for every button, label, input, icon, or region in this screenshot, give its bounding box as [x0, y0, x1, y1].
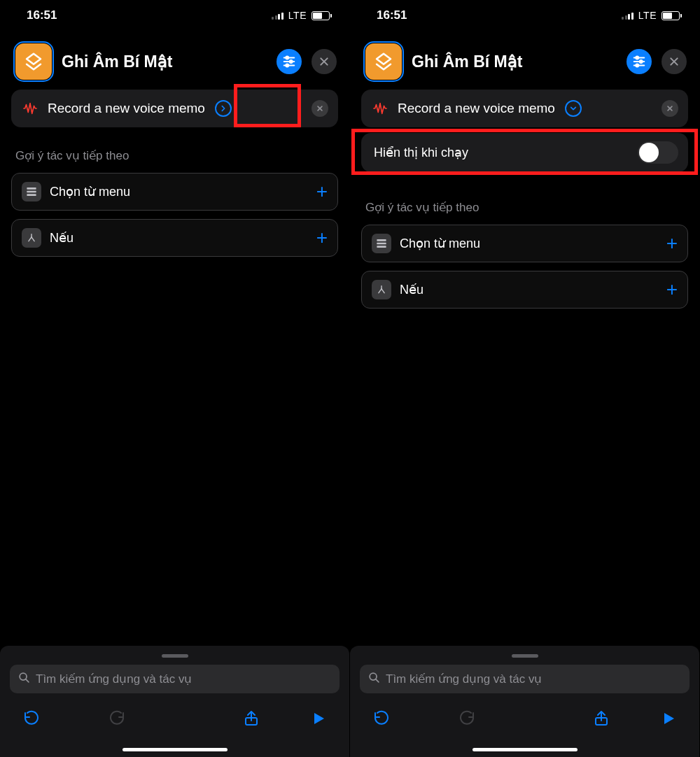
shortcut-icon[interactable] [365, 43, 402, 80]
status-indicators: LTE [622, 10, 680, 21]
svg-rect-11 [27, 191, 36, 193]
svg-point-22 [636, 64, 638, 66]
svg-point-3 [290, 60, 293, 63]
search-input[interactable]: Tìm kiếm ứng dụng và tác vụ [10, 665, 340, 693]
home-indicator[interactable] [472, 748, 578, 751]
suggestions-block: Gợi ý tác vụ tiếp theo Chọn từ menu + Nế… [350, 179, 699, 309]
suggestion-item-if[interactable]: Nếu + [11, 219, 338, 257]
remove-action-button[interactable] [662, 100, 678, 117]
status-indicators: LTE [272, 10, 330, 21]
share-button[interactable] [239, 706, 264, 731]
suggestions-header: Gợi ý tác vụ tiếp theo [0, 127, 349, 173]
svg-rect-27 [377, 239, 386, 241]
svg-marker-33 [664, 713, 674, 724]
bottom-sheet[interactable]: Tìm kiếm ứng dụng và tác vụ [0, 646, 349, 757]
option-label: Hiển thị khi chạy [374, 145, 468, 160]
branch-icon [22, 228, 41, 248]
suggestion-item-if[interactable]: Nếu + [361, 271, 688, 309]
branch-icon [372, 280, 391, 299]
svg-point-1 [286, 56, 288, 59]
svg-point-20 [640, 60, 643, 63]
header-row: Ghi Âm Bí Mật [0, 31, 349, 90]
page-title[interactable]: Ghi Âm Bí Mật [412, 52, 617, 71]
status-bar: 16:51 LTE [350, 0, 699, 31]
svg-rect-10 [27, 188, 36, 190]
status-time: 16:51 [377, 8, 407, 22]
suggestion-item-menu[interactable]: Chọn từ menu + [11, 173, 338, 211]
suggestion-label: Nếu [400, 282, 658, 297]
action-area: Record a new voice memo [0, 90, 349, 127]
search-icon [18, 672, 30, 686]
toolbar [360, 693, 690, 748]
page-title[interactable]: Ghi Âm Bí Mật [62, 52, 267, 71]
action-card[interactable]: Record a new voice memo [11, 90, 338, 127]
redo-button[interactable] [455, 706, 480, 731]
battery-icon [662, 11, 680, 20]
action-card[interactable]: Record a new voice memo [361, 90, 688, 127]
suggestion-item-menu[interactable]: Chọn từ menu + [361, 225, 688, 262]
search-icon [368, 672, 380, 686]
plus-icon: + [316, 182, 328, 201]
signal-icon [272, 11, 284, 20]
search-placeholder: Tìm kiếm ứng dụng và tác vụ [386, 672, 542, 686]
menu-icon [22, 182, 41, 201]
svg-rect-28 [377, 243, 386, 245]
run-button[interactable] [306, 706, 331, 731]
option-show-when-run: Hiển thị khi chạy [361, 133, 688, 172]
suggestion-label: Chọn từ menu [400, 236, 658, 251]
suggestions-block: Gợi ý tác vụ tiếp theo Chọn từ menu + Nế… [0, 127, 349, 257]
action-label: Record a new voice memo [398, 101, 555, 116]
expand-right-icon[interactable] [215, 100, 232, 117]
suggestion-label: Chọn từ menu [50, 184, 308, 199]
bottom-sheet[interactable]: Tìm kiếm ứng dụng và tác vụ [350, 646, 699, 757]
plus-icon: + [316, 228, 328, 248]
shortcut-icon[interactable] [15, 43, 52, 80]
battery-icon [312, 11, 330, 20]
voice-memo-icon [371, 99, 389, 118]
suggestion-label: Nếu [50, 230, 308, 246]
run-button[interactable] [656, 706, 681, 731]
expand-down-icon[interactable] [565, 100, 582, 117]
screenshot-right: 16:51 LTE Ghi Âm Bí Mật [350, 0, 700, 757]
svg-rect-29 [377, 246, 386, 248]
svg-line-31 [376, 679, 379, 682]
plus-icon: + [666, 280, 678, 299]
action-label: Record a new voice memo [48, 101, 205, 116]
search-input[interactable]: Tìm kiếm ứng dụng và tác vụ [360, 665, 690, 693]
close-button[interactable] [312, 49, 337, 74]
network-label: LTE [638, 10, 657, 21]
grabber-handle[interactable] [162, 654, 188, 658]
plus-icon: + [666, 234, 678, 253]
show-when-run-toggle[interactable] [638, 141, 678, 164]
undo-button[interactable] [368, 706, 393, 731]
screenshot-left: 16:51 LTE Ghi Âm Bí Mật [0, 0, 350, 757]
home-indicator[interactable] [122, 748, 227, 751]
status-bar: 16:51 LTE [0, 0, 349, 31]
signal-icon [622, 11, 634, 20]
menu-icon [372, 234, 391, 253]
network-label: LTE [288, 10, 307, 21]
undo-button[interactable] [18, 706, 43, 731]
remove-action-button[interactable] [312, 100, 328, 117]
redo-button[interactable] [105, 706, 130, 731]
header-row: Ghi Âm Bí Mật [350, 31, 699, 90]
share-button[interactable] [589, 706, 614, 731]
grabber-handle[interactable] [512, 654, 538, 658]
close-button[interactable] [662, 49, 687, 74]
svg-point-18 [636, 56, 638, 59]
toolbar [10, 693, 340, 748]
search-placeholder: Tìm kiếm ứng dụng và tác vụ [36, 672, 192, 686]
svg-rect-12 [27, 194, 36, 196]
voice-memo-icon [21, 99, 39, 118]
svg-marker-16 [314, 713, 324, 724]
status-time: 16:51 [27, 8, 57, 22]
action-area: Record a new voice memo Hiển thị khi chạ… [350, 90, 699, 172]
settings-button[interactable] [626, 49, 652, 74]
settings-button[interactable] [276, 49, 302, 74]
svg-line-14 [26, 679, 29, 682]
suggestions-header: Gợi ý tác vụ tiếp theo [350, 179, 699, 225]
svg-point-5 [286, 64, 288, 66]
